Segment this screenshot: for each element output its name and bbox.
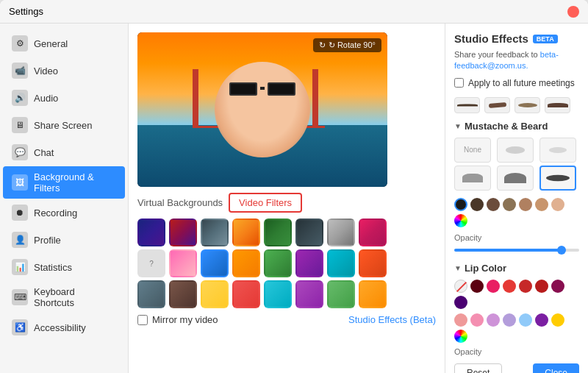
settings-window: Settings ✕ ⚙ General 📹 Video 🔊 Audio 🖥 S… (0, 0, 588, 373)
sidebar-item-video[interactable]: 📹 Video (3, 57, 125, 84)
virtual-bg-tab[interactable]: Virtual Backgrounds (137, 197, 223, 208)
filter-item[interactable] (232, 249, 260, 277)
filter-item[interactable] (232, 219, 260, 246)
lip-color-swatch[interactable] (470, 313, 484, 327)
filter-item[interactable] (201, 280, 229, 308)
filter-item[interactable] (169, 280, 197, 308)
sidebar-label-background-filters: Background & Filters (34, 171, 116, 193)
color-swatch-light-tan[interactable] (551, 198, 564, 211)
sidebar-item-chat[interactable]: 💬 Chat (3, 139, 125, 166)
chat-icon: 💬 (12, 144, 28, 160)
sidebar-item-profile[interactable]: 👤 Profile (3, 227, 125, 253)
tabs-row: Virtual Backgrounds Video Filters (137, 193, 436, 213)
eyebrow-swatch[interactable] (545, 97, 570, 113)
mustache-item-selected[interactable] (539, 166, 576, 191)
mustache-item[interactable] (454, 166, 491, 191)
filter-item[interactable] (137, 280, 165, 308)
color-swatch-rainbow[interactable] (454, 214, 467, 227)
lip-color-none[interactable] (454, 280, 467, 293)
filter-item[interactable] (295, 219, 323, 246)
filter-item[interactable] (169, 249, 197, 277)
lip-color-swatch[interactable] (535, 313, 548, 327)
mustache-section-header[interactable]: ▼ Mustache & Beard (454, 121, 579, 132)
eyebrow-swatch[interactable] (514, 97, 540, 113)
sidebar-item-audio[interactable]: 🔊 Audio (3, 85, 125, 111)
filter-item[interactable] (201, 219, 229, 246)
color-swatch-medium-brown[interactable] (503, 198, 516, 211)
filter-item[interactable] (264, 249, 292, 277)
main-content: ↻ ↻ Rotate 90° Virtual Backgrounds Video… (129, 24, 445, 373)
filter-item[interactable] (295, 280, 323, 308)
filter-item[interactable] (359, 219, 387, 246)
sidebar-label-statistics: Statistics (34, 262, 72, 273)
sidebar-item-share-screen[interactable]: 🖥 Share Screen (3, 112, 125, 138)
color-swatch-dark-brown[interactable] (470, 198, 484, 211)
color-swatch-light-brown[interactable] (519, 198, 532, 211)
studio-effects-link[interactable]: Studio Effects (Beta) (348, 314, 436, 325)
mustache-item[interactable] (497, 138, 534, 163)
face (215, 62, 310, 157)
filter-item[interactable] (232, 280, 260, 308)
video-filters-tab[interactable]: Video Filters (229, 193, 302, 213)
apply-all-meetings-checkbox[interactable] (454, 78, 464, 88)
bridge-tower-left (193, 69, 198, 128)
lip-color-swatch[interactable] (519, 313, 532, 327)
mustache-item[interactable] (539, 138, 576, 163)
opacity-thumb (557, 246, 566, 255)
color-swatch-brown[interactable] (487, 198, 500, 211)
lip-color-swatch[interactable] (519, 280, 532, 293)
sidebar-item-accessibility[interactable]: ♿ Accessibility (3, 314, 125, 341)
sidebar: ⚙ General 📹 Video 🔊 Audio 🖥 Share Screen… (0, 24, 129, 373)
lip-color-swatch[interactable] (535, 280, 548, 293)
filter-item-selected[interactable] (201, 249, 229, 277)
color-swatch-tan[interactable] (535, 198, 548, 211)
lip-color-rainbow[interactable] (454, 330, 467, 343)
filter-item[interactable]: ? (137, 249, 165, 277)
filter-item[interactable] (264, 219, 292, 246)
bottom-row: Mirror my video Studio Effects (Beta) (137, 314, 436, 325)
filter-item[interactable] (137, 219, 165, 246)
filter-item[interactable] (359, 249, 387, 277)
filter-item[interactable] (169, 219, 197, 246)
video-preview: ↻ ↻ Rotate 90° (137, 32, 387, 187)
opacity-label: Opacity (454, 233, 579, 242)
filter-item[interactable] (327, 280, 355, 308)
profile-icon: 👤 (12, 232, 28, 248)
mirror-video-checkbox[interactable] (137, 315, 148, 325)
eyebrow-swatch[interactable] (454, 97, 480, 113)
sidebar-item-background-filters[interactable]: 🖼 Background & Filters (3, 166, 125, 199)
close-button[interactable]: Close (533, 363, 579, 373)
sidebar-item-recording[interactable]: ⏺ Recording (3, 199, 125, 226)
reset-button[interactable]: Reset (454, 363, 502, 373)
mustache-grid: None (454, 138, 579, 191)
filter-item[interactable] (264, 280, 292, 308)
sidebar-item-statistics[interactable]: 📊 Statistics (3, 254, 125, 280)
lip-color-swatch[interactable] (503, 280, 516, 293)
lip-color-swatch[interactable] (503, 313, 516, 327)
lip-color-swatch[interactable] (551, 280, 564, 293)
sidebar-item-keyboard-shortcuts[interactable]: ⌨ Keyboard Shortcuts (3, 281, 125, 313)
opacity-slider-mustache[interactable] (454, 245, 579, 255)
lip-color-swatch[interactable] (487, 313, 500, 327)
mirror-video-label[interactable]: Mirror my video (137, 314, 218, 325)
filter-item[interactable] (359, 280, 387, 308)
rotate-button[interactable]: ↻ ↻ Rotate 90° (313, 38, 381, 52)
lip-color-swatch[interactable] (454, 313, 467, 327)
panel-title: Studio Effects (454, 32, 528, 45)
color-swatch-black[interactable] (454, 198, 467, 211)
person-overlay (207, 62, 318, 180)
lip-color-section-header[interactable]: ▼ Lip Color (454, 263, 579, 274)
lip-color-swatch[interactable] (470, 280, 484, 293)
filter-item[interactable] (295, 249, 323, 277)
filter-item[interactable] (327, 219, 355, 246)
lip-color-swatch[interactable] (551, 313, 564, 327)
lip-color-swatch[interactable] (487, 280, 500, 293)
sidebar-item-general[interactable]: ⚙ General (3, 30, 125, 57)
mustache-none[interactable]: None (454, 138, 491, 163)
filter-item[interactable] (327, 249, 355, 277)
mustache-item[interactable] (497, 166, 534, 191)
close-window-button[interactable]: ✕ (567, 6, 579, 18)
lip-color-swatch[interactable] (454, 296, 467, 309)
eyebrow-swatch[interactable] (484, 97, 510, 113)
share-screen-icon: 🖥 (12, 117, 28, 133)
